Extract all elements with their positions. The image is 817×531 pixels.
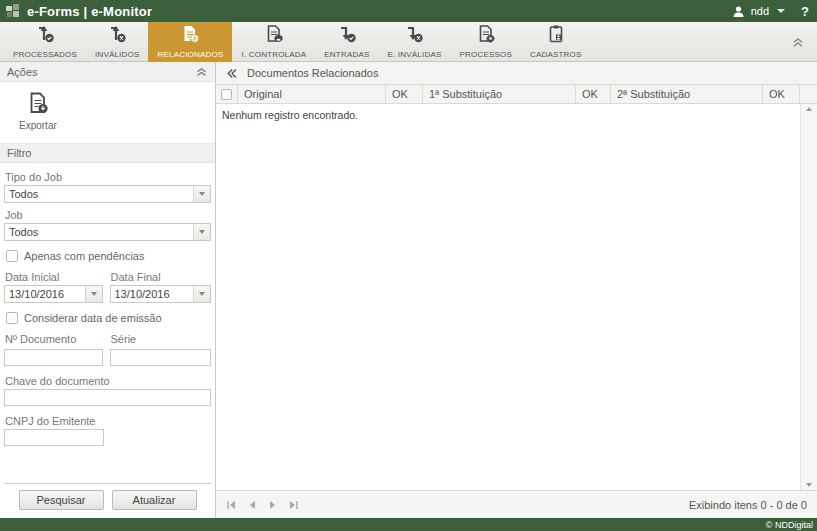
tab-processos[interactable]: PROCESSOS	[450, 22, 520, 61]
serie-input[interactable]	[110, 349, 212, 366]
column-header-ok-3[interactable]: OK	[763, 85, 800, 103]
data-inicial-label: Data Inicial	[5, 271, 102, 283]
table-header: Original OK 1ª Substituição OK 2ª Substi…	[216, 85, 817, 104]
tab-strip: PROCESSADOS INVÁLIDOS RELACIONADOS	[0, 22, 817, 62]
column-header-ok-1[interactable]: OK	[386, 85, 423, 103]
download-error-icon	[404, 24, 424, 48]
upload-check-icon	[35, 24, 55, 48]
column-header-1a-substituicao[interactable]: 1ª Substituição	[423, 85, 576, 103]
footer-bar: © NDDigital	[0, 518, 817, 531]
chevron-down-icon[interactable]	[777, 9, 785, 13]
pesquisar-button[interactable]: Pesquisar	[19, 490, 104, 510]
clipboard-person-icon	[546, 24, 566, 48]
considerar-emissao-label: Considerar data de emissão	[24, 312, 162, 324]
previous-page-icon[interactable]	[247, 500, 257, 510]
tab-label: INVÁLIDOS	[95, 50, 139, 59]
sidebar: Ações Exportar	[0, 62, 216, 518]
topbar-right: ndd ?	[732, 4, 809, 19]
export-document-icon	[26, 91, 50, 117]
job-select[interactable]: Todos	[4, 223, 211, 241]
data-inicial-field[interactable]: 13/10/2016	[4, 285, 103, 303]
considerar-emissao-checkbox[interactable]	[6, 312, 18, 324]
ndd-logo-icon	[6, 4, 20, 18]
vertical-scrollbar[interactable]	[800, 104, 817, 490]
apenas-pendencias-checkbox[interactable]	[6, 250, 18, 262]
collapse-actions-icon[interactable]	[195, 66, 208, 78]
export-label: Exportar	[19, 120, 57, 131]
tab-processados[interactable]: PROCESSADOS	[4, 22, 86, 61]
tipo-do-job-label: Tipo do Job	[5, 171, 210, 183]
tab-label: I. CONTROLADA	[241, 50, 306, 59]
filter-title: Filtro	[7, 147, 31, 159]
app-title: e-Forms | e-Monitor	[27, 4, 152, 19]
tab-relacionados[interactable]: RELACIONADOS	[148, 22, 232, 62]
select-all-checkbox[interactable]	[221, 89, 232, 100]
calendar-dropdown-icon[interactable]	[193, 286, 210, 302]
user-icon	[732, 5, 745, 18]
tab-label: RELACIONADOS	[157, 50, 223, 59]
job-label: Job	[5, 209, 210, 221]
data-final-value: 13/10/2016	[111, 286, 194, 302]
header-filler	[800, 85, 817, 103]
pagination-status: Exibindo itens 0 - 0 de 0	[689, 499, 807, 511]
tab-cadastros[interactable]: CADASTROS	[521, 22, 591, 61]
page-title: Documentos Relacionados	[247, 67, 378, 79]
dropdown-arrow-icon[interactable]	[193, 224, 210, 240]
divider	[4, 483, 211, 484]
tab-label: CADASTROS	[530, 50, 582, 59]
tab-invalidos[interactable]: INVÁLIDOS	[86, 22, 148, 61]
pagination-bar: Exibindo itens 0 - 0 de 0	[216, 490, 817, 518]
data-final-field[interactable]: 13/10/2016	[110, 285, 212, 303]
pager-controls	[226, 500, 299, 510]
scroll-down-icon[interactable]	[806, 483, 812, 487]
data-inicial-value: 13/10/2016	[5, 286, 85, 302]
select-all-cell	[216, 85, 238, 103]
apenas-pendencias-row: Apenas com pendências	[6, 250, 209, 262]
last-page-icon[interactable]	[289, 500, 299, 510]
content-area: Ações Exportar	[0, 62, 817, 518]
scroll-up-icon[interactable]	[806, 107, 812, 111]
empty-message: Nenhum registro encontrado.	[216, 104, 800, 490]
main-panel-header: Documentos Relacionados	[216, 62, 817, 85]
filter-section-header: Filtro	[0, 143, 215, 163]
considerar-emissao-row: Considerar data de emissão	[6, 312, 209, 324]
tab-label: ENTRADAS	[324, 50, 369, 59]
column-header-original[interactable]: Original	[238, 85, 386, 103]
collapse-tabstrip-icon[interactable]	[791, 35, 805, 53]
actions-section-header: Ações	[0, 62, 215, 82]
tab-entradas[interactable]: ENTRADAS	[315, 22, 378, 61]
tab-label: E. INVÁLIDAS	[387, 50, 441, 59]
tipo-do-job-select[interactable]: Todos	[4, 185, 211, 203]
atualizar-button[interactable]: Atualizar	[112, 490, 197, 510]
help-button[interactable]: ?	[801, 4, 809, 19]
chave-documento-input[interactable]	[4, 389, 211, 406]
collapse-sidebar-icon[interactable]	[225, 67, 238, 80]
user-menu[interactable]: ndd	[751, 5, 769, 17]
next-page-icon[interactable]	[268, 500, 278, 510]
data-final-label: Data Final	[111, 271, 210, 283]
column-header-ok-2[interactable]: OK	[576, 85, 611, 103]
calendar-dropdown-icon[interactable]	[85, 286, 102, 302]
filter-body: Tipo do Job Todos Job Todos Apenas com p…	[0, 163, 215, 483]
apenas-pendencias-label: Apenas com pendências	[24, 250, 144, 262]
tab-i-controlada[interactable]: I. CONTROLADA	[232, 22, 315, 61]
numero-documento-input[interactable]	[4, 349, 103, 366]
tab-label: PROCESSADOS	[13, 50, 77, 59]
upload-error-icon	[107, 24, 127, 48]
chave-documento-label: Chave do documento	[5, 375, 210, 387]
tab-e-invalidas[interactable]: E. INVÁLIDAS	[378, 22, 450, 61]
export-button[interactable]: Exportar	[12, 87, 64, 135]
cnpj-emitente-label: CNPJ do Emitente	[5, 415, 210, 427]
sidebar-footer: Pesquisar Atualizar	[0, 483, 215, 518]
top-bar: e-Forms | e-Monitor ndd ?	[0, 0, 817, 22]
document-gear-icon	[476, 24, 496, 48]
dropdown-arrow-icon[interactable]	[193, 186, 210, 202]
job-value: Todos	[5, 224, 193, 240]
cnpj-emitente-input[interactable]	[4, 429, 104, 446]
first-page-icon[interactable]	[226, 500, 236, 510]
document-printer-icon	[264, 24, 284, 48]
download-check-icon	[337, 24, 357, 48]
tab-label: PROCESSOS	[459, 50, 511, 59]
document-attachment-icon	[180, 24, 200, 48]
column-header-2a-substituicao[interactable]: 2ª Substituição	[611, 85, 763, 103]
